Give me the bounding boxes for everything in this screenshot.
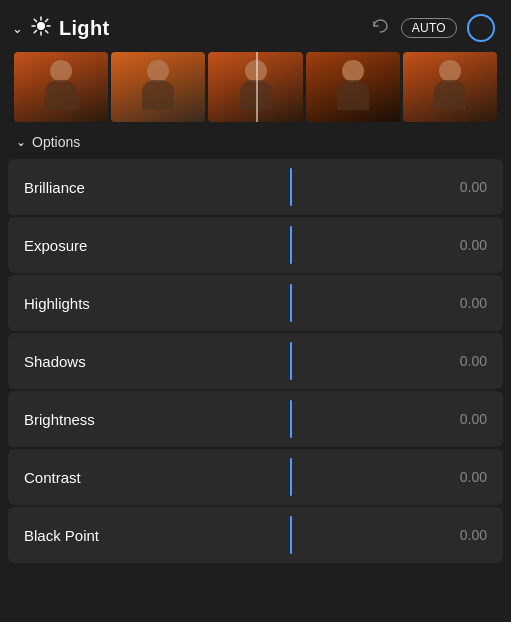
slider-value-contrast: 0.00	[437, 469, 487, 485]
slider-label-highlights: Highlights	[24, 295, 144, 312]
slider-row-brightness[interactable]: Brightness 0.00	[8, 391, 503, 447]
auto-button[interactable]: AUTO	[401, 18, 457, 38]
filmstrip-item-3[interactable]	[208, 52, 302, 122]
filmstrip-item-5[interactable]	[403, 52, 497, 122]
slider-row-exposure[interactable]: Exposure 0.00	[8, 217, 503, 273]
slider-handle-brightness	[290, 400, 292, 438]
undo-button[interactable]	[369, 15, 391, 41]
svg-line-6	[46, 30, 48, 32]
options-chevron-icon: ⌄	[16, 135, 26, 149]
svg-line-7	[46, 19, 48, 21]
svg-point-0	[37, 22, 45, 30]
slider-value-highlights: 0.00	[437, 295, 487, 311]
sliders-list: Brilliance 0.00 Exposure 0.00 Highlights…	[0, 158, 511, 622]
filmstrip-item-1[interactable]	[14, 52, 108, 122]
slider-row-highlights[interactable]: Highlights 0.00	[8, 275, 503, 331]
light-panel: ⌄ Light	[0, 0, 511, 622]
slider-row-black-point[interactable]: Black Point 0.00	[8, 507, 503, 563]
header-controls: AUTO	[369, 14, 495, 42]
slider-label-shadows: Shadows	[24, 353, 144, 370]
svg-line-8	[34, 30, 36, 32]
svg-line-5	[34, 19, 36, 21]
slider-handle-brilliance	[290, 168, 292, 206]
filmstrip	[0, 52, 511, 128]
panel-title: Light	[59, 17, 109, 40]
slider-label-brilliance: Brilliance	[24, 179, 144, 196]
slider-handle-contrast	[290, 458, 292, 496]
options-header[interactable]: ⌄ Options	[0, 128, 511, 158]
slider-row-shadows[interactable]: Shadows 0.00	[8, 333, 503, 389]
sun-icon	[31, 16, 51, 41]
slider-handle-black-point	[290, 516, 292, 554]
slider-label-contrast: Contrast	[24, 469, 144, 486]
slider-row-contrast[interactable]: Contrast 0.00	[8, 449, 503, 505]
panel-header: ⌄ Light	[0, 0, 511, 52]
slider-handle-highlights	[290, 284, 292, 322]
slider-value-black-point: 0.00	[437, 527, 487, 543]
slider-handle-exposure	[290, 226, 292, 264]
options-label: Options	[32, 134, 80, 150]
slider-row-brilliance[interactable]: Brilliance 0.00	[8, 159, 503, 215]
header-left: ⌄ Light	[12, 16, 369, 41]
slider-value-exposure: 0.00	[437, 237, 487, 253]
slider-label-black-point: Black Point	[24, 527, 144, 544]
slider-value-brightness: 0.00	[437, 411, 487, 427]
slider-value-brilliance: 0.00	[437, 179, 487, 195]
slider-value-shadows: 0.00	[437, 353, 487, 369]
slider-handle-shadows	[290, 342, 292, 380]
collapse-icon[interactable]: ⌄	[12, 21, 23, 36]
filmstrip-item-2[interactable]	[111, 52, 205, 122]
slider-label-brightness: Brightness	[24, 411, 144, 428]
filmstrip-item-4[interactable]	[306, 52, 400, 122]
mode-toggle-button[interactable]	[467, 14, 495, 42]
slider-label-exposure: Exposure	[24, 237, 144, 254]
